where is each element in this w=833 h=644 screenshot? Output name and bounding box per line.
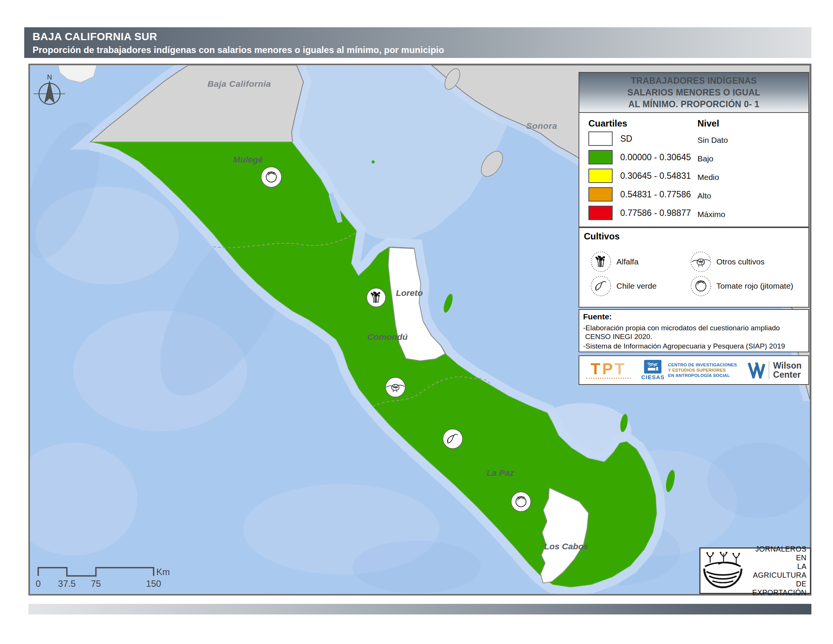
legend-range: 0.54831 - 0.77586 — [620, 189, 696, 200]
jornaleros-line: DE EXPORTACIÓN — [747, 580, 807, 597]
cultivo-label: Tomate rojo (jitomate) — [716, 282, 793, 291]
ciesas-acronym: CIESAS — [641, 374, 664, 380]
chile-verde-icon — [443, 429, 463, 449]
tpt-tagline — [586, 378, 631, 379]
legend-swatch — [589, 206, 613, 220]
jornaleros-line: LA AGRICULTURA — [747, 562, 807, 580]
label-comondu: Comondú — [367, 332, 408, 342]
legend-row: 0.00000 - 0.30645 Bajo — [589, 150, 801, 165]
label-mulege: Mulegé — [233, 155, 263, 164]
cultivo-label: Alfalfa — [616, 257, 638, 266]
source-line: -Sistema de Información Agropecuaria y P… — [583, 342, 785, 350]
cultivo-item: Chile verde — [590, 275, 656, 297]
ciesas-line: Y ESTUDIOS SUPERIORES — [668, 367, 737, 373]
scale-tick: 0 — [35, 578, 40, 589]
ciesas-icon — [644, 360, 661, 374]
tomate-rojo-icon — [261, 167, 282, 187]
legend-level: Medio — [698, 173, 719, 182]
legend-level: Máximo — [698, 210, 725, 219]
legend-row: 0.30645 - 0.54831 Medio — [589, 168, 801, 184]
label-la-paz: La Paz — [487, 468, 514, 478]
legend-swatch — [589, 150, 613, 164]
legend-level: Sin Dato — [698, 135, 728, 145]
cultivo-item: Otros cultivos — [690, 251, 764, 273]
source-header: Fuente: — [583, 312, 612, 321]
cultivo-label: Chile verde — [616, 282, 656, 291]
label-sonora: Sonora — [526, 121, 557, 131]
ciesas-logo: CIESAS CENTRO DE INVESTIGACIONES Y ESTUD… — [641, 360, 737, 380]
tpt-letter: T — [615, 360, 627, 378]
level-header: Nivel — [698, 118, 719, 129]
legend-row: SD Sin Dato — [589, 131, 801, 146]
legend-title-box: TRABAJADORES INDÍGENAS SALARIOS MENORES … — [579, 72, 809, 113]
legend-level: Bajo — [698, 154, 713, 163]
legend-quartiles-box: Cuartiles Nivel SD Sin Dato 0.00000 - 0.… — [579, 112, 809, 227]
otros-cultivos-icon — [690, 251, 712, 273]
cultivo-label: Otros cultivos — [716, 257, 764, 266]
field-art-icon — [701, 550, 745, 592]
legend-range: SD — [620, 134, 696, 144]
logos-box: TPT CIESAS CENTRO DE INVESTIGACIONES Y E… — [579, 355, 809, 385]
jornaleros-logo: JORNALEROS EN LA AGRICULTURA DE EXPORTAC… — [700, 547, 811, 594]
quartiles-header: Cuartiles — [589, 118, 627, 129]
source-line: CENSO INEGI 2020. — [583, 333, 652, 341]
legend-title-line: SALARIOS MENORES O IGUAL — [579, 87, 808, 98]
label-baja-california: Baja California — [207, 79, 271, 89]
cultivo-item: Alfalfa — [590, 251, 638, 273]
legend-range: 0.00000 - 0.30645 — [620, 152, 696, 163]
ciesas-line: EN ANTROPOLOGÍA SOCIAL — [668, 373, 737, 378]
alfalfa-icon — [590, 251, 612, 273]
north-label: N — [47, 74, 52, 81]
page-title: BAJA CALIFORNIA SUR — [32, 31, 811, 43]
tomate-rojo-icon — [690, 275, 712, 297]
ciesas-line: CENTRO DE INVESTIGACIONES — [668, 362, 737, 367]
legend-range: 0.77586 - 0.98877 — [620, 208, 696, 218]
legend-swatch — [589, 187, 613, 201]
wilson-w-icon — [748, 362, 765, 378]
legend-level: Alto — [698, 191, 711, 200]
source-line: -Elaboración propia con microdatos del c… — [583, 324, 780, 332]
chile-verde-icon — [590, 275, 612, 297]
page-subtitle: Proporción de trabajadores indígenas con… — [32, 45, 811, 55]
scale-tick: 75 — [91, 578, 101, 589]
legend-range: 0.30645 - 0.54831 — [620, 171, 696, 181]
alfalfa-icon — [367, 288, 386, 307]
wilson-line: Center — [773, 370, 802, 379]
scale-tick: 37.5 — [58, 578, 76, 589]
label-los-cabos: Los Cabos — [544, 541, 589, 551]
legend-swatch — [589, 169, 613, 183]
map-sheet: BAJA CALIFORNIA SUR Proporción de trabaj… — [0, 0, 833, 644]
wilson-center-logo: Wilson Center — [748, 361, 802, 379]
scale-tick: 150 — [146, 578, 161, 589]
scale-unit: Km — [156, 567, 170, 577]
label-loreto: Loreto — [396, 288, 423, 298]
title-bar: BAJA CALIFORNIA SUR Proporción de trabaj… — [24, 27, 811, 58]
legend-title-line: AL MÍNIMO. PROPORCIÓN 0- 1 — [579, 98, 808, 110]
tpt-letter: T — [591, 360, 602, 378]
cultivo-item: Tomate rojo (jitomate) — [690, 275, 793, 297]
legend-swatch — [589, 132, 613, 146]
otros-cultivos-icon — [386, 377, 405, 397]
legend-row: 0.77586 - 0.98877 Máximo — [589, 205, 801, 221]
tpt-letter: P — [602, 360, 614, 378]
legend-cultivos-box: Cultivos Alfalfa Otros cultivos Chile ve… — [579, 227, 809, 308]
legend-source-box: Fuente: -Elaboración propia con microdat… — [579, 309, 809, 352]
cultivos-header: Cultivos — [584, 231, 620, 242]
divider — [769, 361, 769, 379]
jornaleros-line: JORNALEROS EN — [747, 545, 807, 562]
legend-title-line: TRABAJADORES INDÍGENAS — [579, 75, 808, 87]
legend-row: 0.54831 - 0.77586 Alto — [589, 187, 801, 202]
wilson-line: Wilson — [773, 361, 802, 370]
bottom-gradient-bar — [28, 604, 811, 615]
tpt-logo: TPT — [586, 361, 631, 379]
tomate-rojo-icon — [511, 492, 531, 512]
